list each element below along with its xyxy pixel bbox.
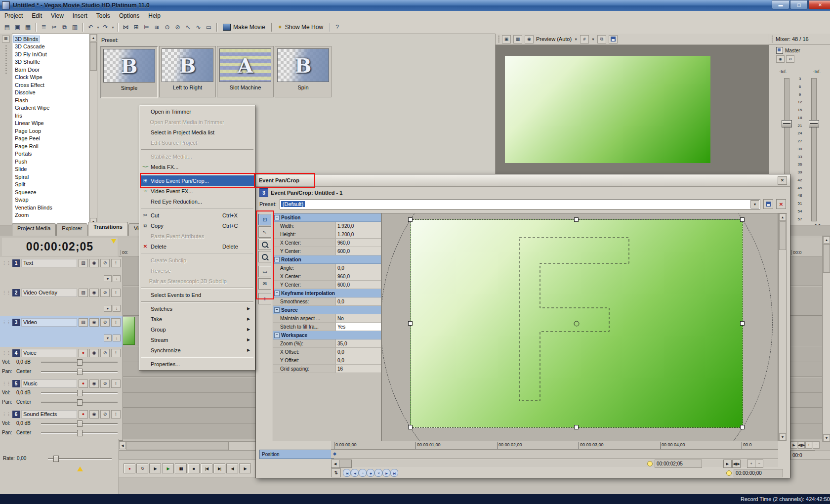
grid-value-smoothness[interactable]: 0,0 — [335, 297, 381, 305]
normal-edit-tool-icon[interactable]: ⊡ — [258, 214, 271, 225]
pause-button[interactable]: ▮▮ — [175, 463, 187, 473]
chevron-down-icon[interactable]: ▼ — [574, 38, 578, 41]
pan-slider[interactable] — [41, 369, 118, 374]
crop-handle[interactable] — [574, 425, 579, 429]
grid-value-y-center[interactable]: 600,0 — [335, 247, 381, 255]
tab-transitions[interactable]: Transitions — [88, 222, 128, 236]
menu-item-open-in-trimmer[interactable]: Open in Trimmer — [140, 106, 254, 117]
preview-quality-icon[interactable]: ▦ — [513, 35, 522, 43]
solo-icon[interactable]: ! — [111, 259, 121, 267]
show-me-how-button[interactable]: ✦Show Me How — [274, 23, 327, 31]
scroll-left-icon[interactable]: ◀ — [119, 442, 126, 449]
keyframe-position-time[interactable]: 00:00:00;00 — [734, 469, 783, 477]
delete-keyframe-button[interactable]: ✕ — [374, 469, 382, 477]
grid-section-workspace[interactable]: −Workspace — [273, 331, 381, 339]
track-name[interactable]: Sound Effects — [21, 410, 77, 419]
grid-row-x-offset[interactable]: X Offset:0,0 — [273, 348, 381, 356]
scroll-down-icon[interactable]: ▼ — [823, 434, 830, 442]
pan-slider-thumb[interactable] — [77, 430, 83, 436]
next-frame-button[interactable]: ▶ — [239, 463, 251, 473]
play-from-start-button[interactable]: ▶ — [149, 463, 161, 473]
arm-record-icon[interactable]: ● — [79, 349, 88, 357]
delete-preset-button[interactable]: ✕ — [776, 199, 786, 209]
make-compositing-child-icon[interactable]: ↓ — [113, 275, 121, 282]
menu-item-video-event-pan-crop[interactable]: ⊞Video Event Pan/Crop... — [140, 175, 254, 186]
preset-simple[interactable]: BSimple — [100, 46, 158, 98]
scroll-up-icon[interactable]: ▲ — [823, 236, 830, 244]
save-project-icon[interactable]: ▦ — [23, 22, 33, 32]
menu-item-synchronize[interactable]: Synchronize▶ — [140, 345, 254, 355]
crop-handle[interactable] — [408, 425, 413, 429]
keyframe-cursor-time[interactable]: 00:00:02;05 — [655, 460, 702, 468]
track-fx-icon[interactable]: ◉ — [89, 410, 99, 419]
menu-item-media-fx[interactable]: −○−Media FX... — [140, 162, 254, 172]
transition-item-squeeze[interactable]: Squeeze — [12, 188, 90, 196]
menu-item-take[interactable]: Take▶ — [140, 314, 254, 324]
scroll-right-icon[interactable]: ▶ — [723, 460, 732, 468]
go-to-start-button[interactable]: |◀ — [201, 463, 212, 473]
grid-value-zoom[interactable]: 35,0 — [335, 339, 381, 347]
menu-item-copy[interactable]: ⧉CopyCtrl+C — [140, 220, 254, 231]
mute-icon[interactable]: ⊘ — [100, 410, 110, 419]
mute-icon[interactable]: ⊘ — [100, 318, 110, 327]
transition-item-cross-effect[interactable]: Cross Effect — [12, 81, 90, 89]
envelope-edit-tool-icon[interactable]: ∿ — [193, 22, 204, 32]
crop-handle[interactable] — [408, 321, 413, 326]
workspace-vertical-scrollbar[interactable]: ▲ ▼ — [778, 213, 787, 441]
menu-item-switches[interactable]: Switches▶ — [140, 303, 254, 314]
keyframe-ruler[interactable]: 0:00:00;0000:00:01;0000:00:02;0000:00:03… — [331, 441, 778, 450]
preset-combobox[interactable]: (Default) ▼ — [280, 199, 760, 210]
transition-item-zoom[interactable]: Zoom — [12, 211, 90, 219]
whats-this-help-icon[interactable]: ? — [332, 22, 342, 32]
zoom-selection-icon[interactable]: ◀▮▶ — [798, 441, 805, 449]
menu-item-cut[interactable]: ✂CutCtrl+X — [140, 210, 254, 220]
current-keyframe-button[interactable]: ◆ — [367, 469, 374, 477]
transition-item-barn-door[interactable]: Barn Door — [12, 66, 90, 74]
volume-slider-thumb[interactable] — [77, 420, 83, 427]
scroll-thumb[interactable] — [90, 42, 97, 71]
compositing-mode-icon[interactable]: ▾ — [104, 305, 112, 312]
grid-row-y-center[interactable]: Y Center:600,0 — [273, 281, 381, 289]
grid-value-stretch-to-fill-fra[interactable]: Yes — [335, 323, 381, 331]
zoom-out-icon[interactable]: − — [813, 441, 820, 449]
track-fx-icon[interactable]: ◉ — [89, 289, 99, 297]
play-button[interactable]: ▶ — [162, 463, 174, 473]
menu-item-select-in-project-media-list[interactable]: Select in Project Media list — [140, 127, 254, 137]
solo-icon[interactable]: ! — [111, 349, 121, 357]
video-output-icon[interactable]: ▣ — [502, 35, 511, 43]
menu-insert[interactable]: Insert — [68, 11, 92, 20]
track-header-voice[interactable]: ⋮⋮4Voice●◉⊘!Vol:0,0 dBPan:Center — [0, 347, 123, 378]
pan-slider[interactable] — [41, 430, 118, 435]
track-grip-icon[interactable]: ⋮⋮ — [2, 290, 11, 295]
track-grip-icon[interactable]: ⋮⋮ — [2, 350, 11, 355]
zoom-edit-tool-icon[interactable] — [258, 239, 271, 250]
scroll-thumb[interactable] — [823, 244, 830, 273]
pan-slider[interactable] — [41, 399, 118, 405]
go-to-first-keyframe-button[interactable]: |◀ — [343, 469, 351, 477]
crop-handle[interactable] — [408, 217, 413, 222]
grid-row-y-center[interactable]: Y Center:600,0 — [273, 247, 381, 255]
scroll-up-icon[interactable]: ▲ — [90, 34, 97, 42]
panel-grip[interactable] — [772, 36, 773, 42]
keyframe-diamond-icon[interactable]: ◆ — [333, 451, 336, 456]
zoom-out-icon[interactable]: − — [755, 460, 763, 468]
pan-slider-thumb[interactable] — [77, 369, 83, 375]
track-fx-icon[interactable]: ◉ — [89, 349, 99, 357]
dock-grip[interactable] — [5, 45, 7, 75]
transition-item-page-peel[interactable]: Page Peel — [12, 135, 90, 143]
grid-section-source[interactable]: −Source — [273, 306, 381, 314]
transition-item-iris[interactable]: Iris — [12, 112, 90, 120]
menu-tools[interactable]: Tools — [92, 11, 115, 20]
volume-slider[interactable] — [41, 390, 118, 395]
grid-row-maintain-aspect[interactable]: Maintain aspect ...No — [273, 314, 381, 323]
transition-item-portals[interactable]: Portals — [12, 150, 90, 158]
track-header-video[interactable]: ⋮⋮3Video▨◉⊘!▾↓ — [0, 316, 123, 348]
copy-snapshot-icon[interactable]: ⧉ — [597, 35, 606, 43]
next-keyframe-button[interactable]: ▶ — [382, 469, 390, 477]
transition-item-slide[interactable]: Slide — [12, 166, 90, 173]
go-to-last-keyframe-button[interactable]: ▶| — [390, 469, 398, 477]
magnify-tool-icon[interactable] — [258, 251, 271, 262]
transition-item-linear-wipe[interactable]: Linear Wipe — [12, 120, 90, 127]
preset-spin[interactable]: BSpin — [275, 46, 332, 97]
grid-row-height[interactable]: Height:1.200,0 — [273, 230, 381, 239]
